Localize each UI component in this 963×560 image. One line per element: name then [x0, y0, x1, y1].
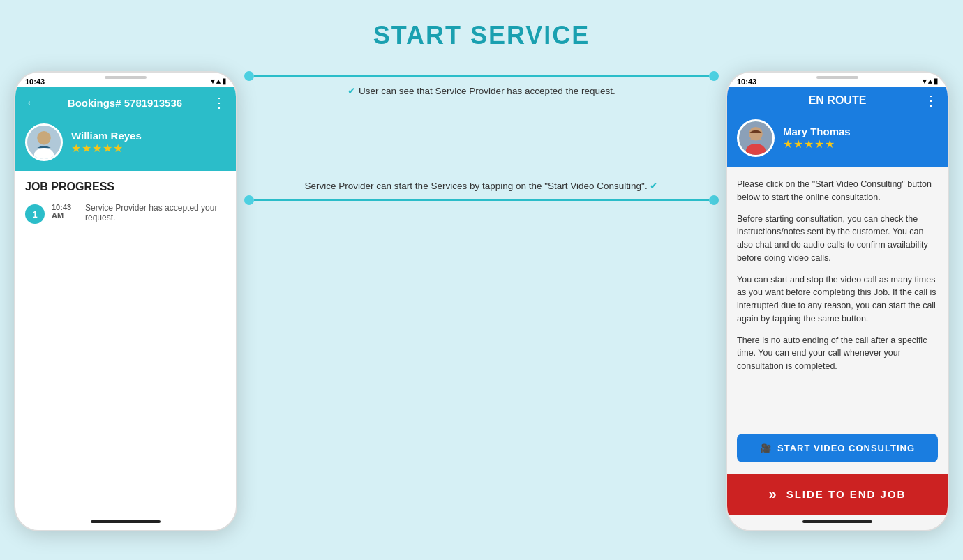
right-user-info: Mary Thomas ★★★★★ [727, 114, 948, 167]
annotation-bottom: Service Provider can start the Services … [244, 180, 719, 205]
annotation-dot-right-bottom [709, 195, 719, 205]
progress-description: Service Provider has accepted your reque… [85, 203, 226, 222]
right-phone: 10:43 ▾ ▴ ▮ EN ROUTE ⋮ [726, 71, 949, 531]
start-video-consulting-button[interactable]: 🎥 START VIDEO CONSULTING [737, 434, 938, 462]
back-button[interactable]: ← [25, 96, 38, 110]
body-paragraph-1: Please click on the "Start Video Consult… [737, 178, 938, 204]
right-user-name: Mary Thomas [783, 126, 851, 137]
progress-item-1: 1 10:43AM Service Provider has accepted … [25, 203, 226, 224]
battery-icon: ▮ [222, 77, 226, 86]
right-battery-icon: ▮ [934, 77, 938, 86]
right-header: EN ROUTE ⋮ [727, 87, 948, 114]
right-time: 10:43 [737, 77, 756, 86]
right-wifi-icon: ▾ [923, 77, 927, 86]
right-status-bar: 10:43 ▾ ▴ ▮ [727, 73, 948, 87]
left-user-details: William Reyes ★★★★★ [71, 130, 142, 155]
video-icon: 🎥 [760, 443, 772, 453]
annotation-text-top: ✔ User can see that Service Provider has… [244, 85, 719, 96]
connector-left-top [254, 75, 709, 77]
slide-arrows-icon: » [769, 486, 778, 502]
svg-point-1 [37, 131, 51, 145]
annotation-area: ✔ User can see that Service Provider has… [237, 71, 726, 205]
annotation-dot-right-top [709, 71, 719, 81]
en-route-title: EN ROUTE [737, 94, 938, 107]
body-paragraph-2: Before starting consultation, you can ch… [737, 213, 938, 265]
right-phone-body: Please click on the "Start Video Consult… [727, 167, 948, 474]
slide-label: SLIDE TO END JOB [786, 488, 906, 500]
annotation-dot-left-top [244, 71, 254, 81]
job-progress-title: JOB PROGRESS [25, 181, 226, 193]
left-home-bar [15, 515, 236, 530]
progress-time: 10:43AM [52, 203, 78, 220]
annotation-text-bottom: Service Provider can start the Services … [244, 180, 719, 191]
main-content: 10:43 ▾ ▴ ▮ ← Bookings# 5781913536 ⋮ [14, 71, 949, 531]
right-more-options-button[interactable]: ⋮ [924, 92, 938, 109]
right-avatar [737, 119, 775, 157]
svg-point-4 [749, 127, 763, 141]
left-header: ← Bookings# 5781913536 ⋮ [15, 87, 236, 118]
left-user-info: William Reyes ★★★★★ [15, 118, 236, 171]
left-signal-icons: ▾ ▴ ▮ [211, 77, 226, 86]
right-signal-icons: ▾ ▴ ▮ [923, 77, 938, 86]
body-paragraph-4: There is no auto ending of the call afte… [737, 334, 938, 373]
connector-left-bottom [254, 199, 709, 201]
start-video-label: START VIDEO CONSULTING [777, 443, 915, 453]
check-icon-bottom: ✔ [650, 181, 658, 191]
wifi-icon: ▾ [211, 77, 215, 86]
left-phone: 10:43 ▾ ▴ ▮ ← Bookings# 5781913536 ⋮ [14, 71, 237, 531]
progress-step-number: 1 [25, 204, 45, 224]
left-user-name: William Reyes [71, 130, 142, 142]
page-title: START SERVICE [373, 21, 590, 50]
slide-to-end-button[interactable]: » SLIDE TO END JOB [727, 474, 948, 515]
left-status-bar: 10:43 ▾ ▴ ▮ [15, 73, 236, 87]
body-paragraph-3: You can start and stop the video call as… [737, 273, 938, 326]
right-user-details: Mary Thomas ★★★★★ [783, 126, 851, 151]
right-signal-icon: ▴ [928, 77, 932, 86]
right-home-bar [727, 515, 948, 530]
annotation-top: ✔ User can see that Service Provider has… [244, 71, 719, 96]
booking-number: Bookings# 5781913536 [45, 97, 205, 109]
left-avatar [25, 123, 63, 161]
left-time: 10:43 [25, 77, 45, 86]
more-options-button[interactable]: ⋮ [212, 94, 226, 111]
left-user-stars: ★★★★★ [71, 142, 142, 155]
annotation-dot-left-bottom [244, 195, 254, 205]
check-icon-top: ✔ [348, 86, 356, 96]
job-progress-section: JOB PROGRESS 1 10:43AM Service Provider … [15, 171, 236, 373]
signal-icon: ▴ [216, 77, 221, 86]
right-user-stars: ★★★★★ [783, 137, 851, 151]
